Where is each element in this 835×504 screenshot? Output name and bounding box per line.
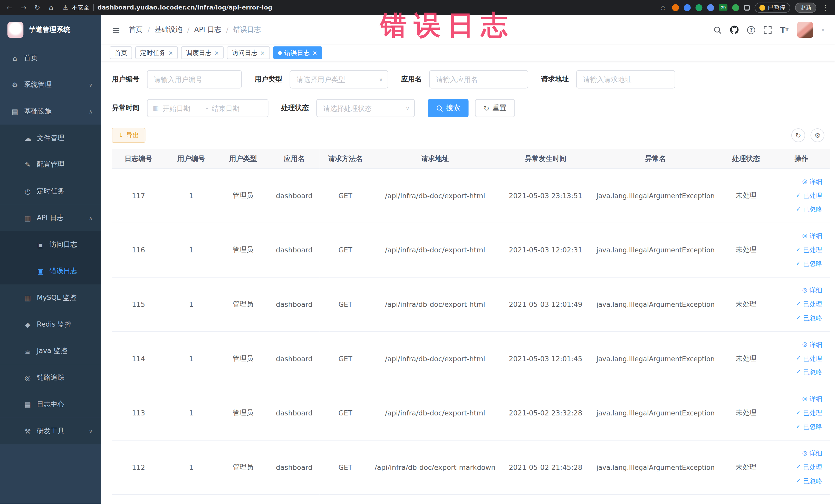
sidebar-item-scheduled-tasks[interactable]: ◷ 定时任务 (0, 178, 101, 205)
sidebar-item-api-logs[interactable]: ▥ API 日志 ∧ (0, 205, 101, 231)
mark-ignored-link[interactable]: ✓已忽略 (796, 257, 822, 270)
sidebar-item-tracing[interactable]: ◎ 链路追踪 (0, 364, 101, 391)
sidebar-item-system-management[interactable]: ⚙ 系统管理 ∨ (0, 72, 101, 98)
hamburger-icon[interactable]: ≡ (112, 24, 120, 36)
sidebar-item-dev-tools[interactable]: ⚒ 研发工具 ∨ (0, 418, 101, 444)
check-icon: ✓ (796, 243, 801, 256)
breadcrumb-item-infrastructure[interactable]: 基础设施 (155, 25, 182, 35)
cloud-icon: ☁ (23, 134, 32, 142)
search-icon[interactable] (714, 26, 722, 34)
export-button[interactable]: ↓ 导出 (112, 128, 145, 143)
reload-icon[interactable]: ↻ (33, 3, 42, 11)
github-icon[interactable] (730, 26, 739, 34)
search-button[interactable]: 搜索 (428, 99, 469, 117)
extension-icon[interactable] (696, 4, 702, 11)
sidebar-item-file-management[interactable]: ☁ 文件管理 (0, 124, 101, 151)
detail-link[interactable]: ◎详细 (802, 447, 822, 460)
extension-icon[interactable] (707, 4, 714, 11)
paused-badge[interactable]: 已暂停 (755, 2, 790, 12)
logo[interactable]: 芋道管理系统 (0, 15, 101, 45)
mark-ignored-link[interactable]: ✓已忽略 (796, 475, 822, 487)
user-id-input[interactable] (147, 70, 242, 88)
mark-ignored-link[interactable]: ✓已忽略 (796, 312, 822, 324)
extension-icon[interactable] (672, 4, 679, 11)
close-icon[interactable]: × (312, 49, 317, 56)
avatar[interactable] (797, 22, 813, 38)
mark-processed-link[interactable]: ✓已处理 (796, 243, 822, 256)
sidebar-item-config-management[interactable]: ✎ 配置管理 (0, 151, 101, 178)
sidebar-item-mysql-monitor[interactable]: ▦ MySQL 监控 (0, 284, 101, 311)
reset-button[interactable]: ↻ 重置 (475, 99, 515, 117)
log-icon: ▣ (36, 267, 45, 275)
tab-access-logs[interactable]: 访问日志 × (227, 46, 270, 59)
mark-processed-link[interactable]: ✓已处理 (796, 189, 822, 202)
grid-icon: ▤ (11, 107, 19, 115)
date-range-picker[interactable]: ▦ - (147, 99, 268, 117)
sidebar-item-redis-monitor[interactable]: ◆ Redis 监控 (0, 311, 101, 338)
close-icon[interactable]: × (168, 49, 173, 56)
fullscreen-icon[interactable] (764, 26, 772, 34)
tab-scheduled-tasks[interactable]: 定时任务 × (135, 46, 178, 59)
update-button[interactable]: 更新 (795, 2, 816, 12)
breadcrumb-item-home[interactable]: 首页 (129, 25, 143, 35)
sidebar-item-infrastructure[interactable]: ▤ 基础设施 ∧ (0, 98, 101, 125)
detail-link[interactable]: ◎详细 (802, 284, 822, 297)
start-date-input[interactable] (162, 104, 202, 112)
cell-request-url: /api/infra/db-doc/export-markdown (371, 440, 499, 495)
sidebar-item-error-logs[interactable]: ▣ 错误日志 (0, 258, 101, 284)
topbar: ≡ 首页 / 基础设施 / API 日志 / 错误日志 (101, 15, 835, 45)
address-bar[interactable]: ⚠ 不安全 dashboard.yudao.iocoder.cn/infra/l… (63, 3, 653, 11)
browser-menu-icon[interactable]: ⋮ (821, 3, 830, 11)
sidebar-item-java-monitor[interactable]: ☕ Java 监控 (0, 338, 101, 364)
mark-processed-link[interactable]: ✓已处理 (796, 461, 822, 474)
home-icon[interactable]: ⌂ (47, 3, 56, 11)
refresh-table-button[interactable]: ↻ (791, 128, 805, 142)
breadcrumb-item-error-logs: 错误日志 (233, 25, 261, 35)
mark-ignored-link[interactable]: ✓已忽略 (796, 366, 822, 379)
sidebar-item-label: 日志中心 (37, 400, 64, 409)
mark-ignored-link[interactable]: ✓已忽略 (796, 420, 822, 433)
help-icon[interactable]: ? (747, 26, 755, 34)
breadcrumb-item-api-logs[interactable]: API 日志 (194, 25, 221, 35)
cell-app-name: dashboard (269, 386, 320, 440)
vpn-on-badge[interactable]: on (719, 4, 728, 11)
cell-user-id: 1 (165, 331, 217, 386)
font-size-icon[interactable]: TT (780, 26, 789, 34)
mark-processed-link[interactable]: ✓已处理 (796, 352, 822, 365)
extensions-puzzle-icon[interactable] (744, 5, 750, 11)
mark-processed-link[interactable]: ✓已处理 (796, 406, 822, 419)
extension-icon[interactable] (684, 4, 691, 11)
tab-error-logs[interactable]: 错误日志 × (273, 46, 322, 59)
sidebar-item-log-center[interactable]: ▤ 日志中心 (0, 391, 101, 418)
request-url-input[interactable] (576, 70, 675, 88)
detail-link[interactable]: ◎详细 (802, 229, 822, 242)
extension-icon[interactable] (732, 4, 739, 11)
end-date-input[interactable] (212, 104, 251, 112)
tab-label: 定时任务 (140, 48, 166, 57)
close-icon[interactable]: × (260, 49, 265, 56)
app-name-input[interactable] (429, 70, 528, 88)
mark-processed-link[interactable]: ✓已处理 (796, 298, 822, 311)
close-icon[interactable]: × (214, 49, 219, 56)
bookmark-star-icon[interactable]: ☆ (659, 3, 667, 11)
cell-method: GET (320, 168, 371, 223)
detail-link[interactable]: ◎详细 (802, 392, 822, 405)
tab-schedule-logs[interactable]: 调度日志 × (181, 46, 224, 59)
tab-home[interactable]: 首页 (109, 46, 132, 59)
forward-icon[interactable]: → (19, 3, 28, 11)
mark-ignored-link[interactable]: ✓已忽略 (796, 203, 822, 216)
eye-icon: ◎ (802, 392, 807, 405)
column-settings-button[interactable]: ⚙ (811, 128, 824, 142)
cell-exception-name: java.lang.IllegalArgumentException (592, 223, 719, 277)
cell-user-type: 管理员 (217, 386, 269, 440)
sidebar-item-home[interactable]: ⌂ 首页 (0, 45, 101, 72)
user-type-select[interactable] (290, 70, 388, 88)
browser-right-cluster: ☆ on 已暂停 更新 ⋮ (659, 2, 830, 12)
process-status-select[interactable] (316, 99, 415, 117)
back-icon[interactable]: ← (5, 3, 14, 11)
cell-user-type: 管理员 (217, 277, 269, 331)
detail-link[interactable]: ◎详细 (802, 175, 822, 188)
detail-link[interactable]: ◎详细 (802, 338, 822, 351)
sidebar-item-access-logs[interactable]: ▣ 访问日志 (0, 231, 101, 258)
caret-down-icon[interactable]: ▾ (822, 27, 824, 33)
